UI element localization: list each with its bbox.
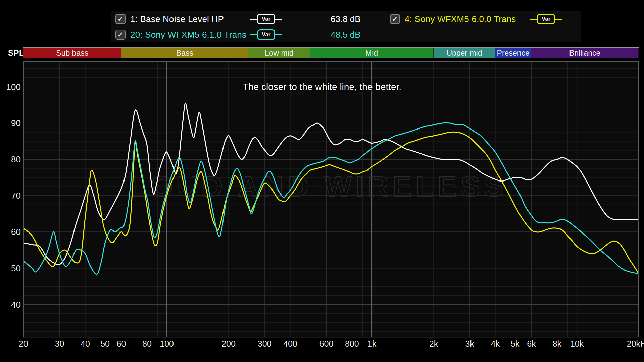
x-tick-400: 400: [283, 339, 297, 348]
x-tick-4k: 4k: [491, 339, 500, 348]
x-tick-100: 100: [160, 339, 174, 348]
y-tick-90: 90: [11, 118, 21, 128]
y-tick-40: 40: [11, 300, 21, 310]
x-tick-20kHz: 20kHz: [627, 339, 644, 348]
x-tick-3k: 3k: [465, 339, 474, 348]
x-tick-80: 80: [142, 339, 152, 348]
x-tick-5k: 5k: [511, 339, 520, 348]
x-tick-10k: 10k: [570, 339, 584, 348]
x-tick-20: 20: [19, 339, 28, 348]
x-tick-600: 600: [319, 339, 334, 348]
x-tick-60: 60: [117, 339, 126, 348]
y-tick-80: 80: [11, 154, 21, 164]
x-tick-300: 300: [258, 339, 272, 348]
x-tick-800: 800: [345, 339, 359, 348]
annotation-text: The closer to the white line, the better…: [0, 82, 644, 92]
x-tick-1k: 1k: [367, 339, 377, 348]
y-tick-60: 60: [11, 227, 21, 237]
x-tick-40: 40: [81, 339, 90, 348]
x-tick-30: 30: [55, 339, 64, 348]
x-tick-2k: 2k: [429, 339, 438, 348]
y-tick-50: 50: [11, 263, 21, 273]
x-tick-50: 50: [100, 339, 110, 348]
x-tick-200: 200: [221, 339, 236, 348]
x-tick-8k: 8k: [553, 339, 562, 348]
x-tick-6k: 6k: [527, 339, 536, 348]
y-tick-70: 70: [11, 191, 21, 201]
spl-frequency-chart: LOUD AND WIRELESS20304050608010020030040…: [0, 0, 644, 362]
